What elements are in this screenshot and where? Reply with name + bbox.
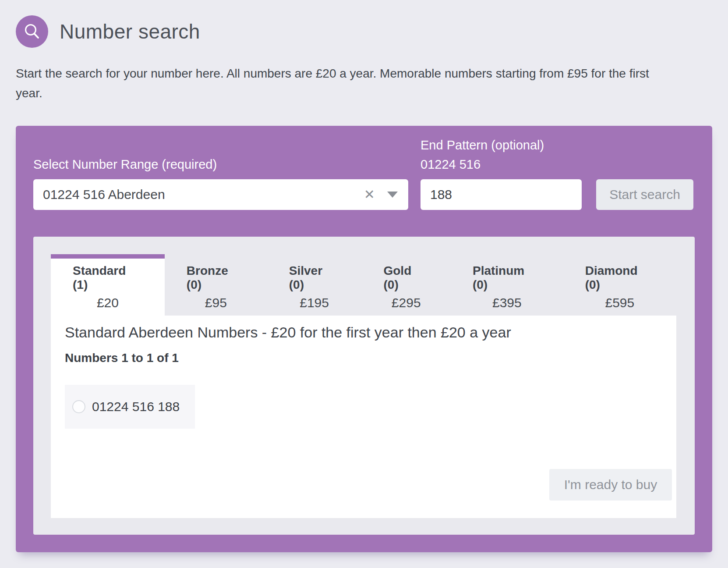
end-pattern-column: End Pattern (optional) 01224 516 [421, 135, 582, 210]
tab-label: Bronze (0) [187, 264, 245, 292]
intro-text: Start the search for your number here. A… [16, 64, 654, 103]
tab-gold[interactable]: Gold (0) £295 [361, 254, 450, 316]
tab-silver[interactable]: Silver (0) £195 [267, 254, 362, 316]
search-icon [16, 15, 48, 48]
chevron-down-icon[interactable] [387, 192, 398, 198]
tab-label: Diamond (0) [585, 264, 654, 292]
results-panel: Standard (1) £20 Bronze (0) £95 Silver (… [33, 237, 695, 535]
tab-label: Silver (0) [289, 264, 340, 292]
tab-platinum[interactable]: Platinum (0) £395 [451, 254, 563, 316]
buy-row: I'm ready to buy [65, 469, 672, 501]
page-header: Number search [0, 0, 728, 48]
tab-label: Platinum (0) [473, 264, 541, 292]
results-heading: Standard Aberdeen Numbers - £20 for the … [65, 323, 672, 341]
tab-diamond[interactable]: Diamond (0) £595 [563, 254, 676, 316]
tab-price: £395 [492, 295, 522, 310]
number-result-card: 01224 516 188 [65, 385, 195, 429]
number-radio[interactable] [72, 400, 85, 413]
number-result-text: 01224 516 188 [92, 399, 180, 414]
page-title: Number search [60, 20, 200, 43]
number-range-select[interactable]: 01224 516 Aberdeen ✕ [33, 179, 408, 210]
number-range-label: Select Number Range (required) [33, 155, 408, 174]
tab-bronze[interactable]: Bronze (0) £95 [165, 254, 267, 316]
results-content: Standard Aberdeen Numbers - £20 for the … [51, 316, 676, 518]
search-panel: Select Number Range (required) 01224 516… [16, 126, 712, 552]
end-pattern-input[interactable] [421, 179, 582, 210]
number-range-column: Select Number Range (required) 01224 516… [33, 155, 408, 210]
tab-standard[interactable]: Standard (1) £20 [51, 254, 165, 316]
number-range-value: 01224 516 Aberdeen [43, 187, 364, 202]
tab-price: £95 [205, 295, 227, 310]
search-form-row: Select Number Range (required) 01224 516… [33, 135, 695, 210]
end-pattern-prefix: 01224 516 [421, 155, 582, 174]
tab-label: Standard (1) [73, 264, 143, 292]
end-pattern-labels: End Pattern (optional) 01224 516 [421, 135, 582, 174]
tab-label: Gold (0) [383, 264, 428, 292]
end-pattern-label: End Pattern (optional) [421, 135, 582, 155]
start-search-button[interactable]: Start search [596, 179, 693, 210]
tab-price: £195 [300, 295, 329, 310]
results-count: Numbers 1 to 1 of 1 [65, 351, 672, 365]
tab-price: £20 [97, 295, 119, 310]
tab-price: £295 [392, 295, 421, 310]
clear-icon[interactable]: ✕ [364, 188, 375, 201]
price-tabs: Standard (1) £20 Bronze (0) £95 Silver (… [51, 254, 676, 316]
tab-price: £595 [605, 295, 634, 310]
ready-to-buy-button[interactable]: I'm ready to buy [549, 469, 672, 501]
